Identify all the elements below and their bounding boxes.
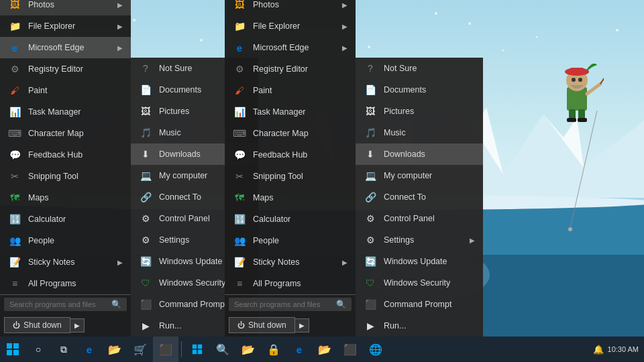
menu-item-registry-right[interactable]: ⚙ Registry Editor <box>225 58 356 80</box>
taskbar-explorer-icon3[interactable]: 📂 <box>312 337 337 362</box>
taskbar-browser-icon[interactable]: 🌐 <box>363 337 388 362</box>
submenu-right-control-panel-label: Control Panel <box>384 214 475 223</box>
taskbar-store-icon[interactable]: 🛒 <box>127 337 153 362</box>
submenu-right-music-label: Music <box>384 128 475 137</box>
settings-arrow-right: ▶ <box>470 237 475 244</box>
menu-item-registry-left[interactable]: ⚙ Registry Editor <box>0 58 131 80</box>
search-area-left: 🔍 <box>0 294 131 314</box>
submenu-right-settings[interactable]: ⚙ Settings ▶ <box>356 229 483 251</box>
menu-item-edge-right[interactable]: e Microsoft Edge ▶ <box>225 37 356 58</box>
search-bar-left[interactable]: 🔍 <box>4 298 127 311</box>
submenu-right-connect-to[interactable]: 🔗 Connect To <box>356 186 483 208</box>
start-button[interactable] <box>0 337 25 362</box>
submenu-right-music[interactable]: 🎵 Music <box>356 122 483 143</box>
menu-label-photos-left: Photos <box>28 0 111 9</box>
menu-item-char-map-right[interactable]: ⌨ Character Map <box>225 123 356 144</box>
svg-point-31 <box>502 50 504 52</box>
taskbar-start-btn2[interactable] <box>184 337 210 362</box>
shutdown-button-right[interactable]: ⏻ Shut down <box>229 317 295 333</box>
menu-item-all-programs-left[interactable]: ≡ All Programs <box>0 273 131 294</box>
menu-item-sticky-right[interactable]: 📝 Sticky Notes ▶ <box>225 251 356 273</box>
taskbar-explorer-icon2[interactable]: 📂 <box>235 337 261 362</box>
menu-item-char-map-left[interactable]: ⌨ Character Map <box>0 123 131 144</box>
submenu-right-pictures[interactable]: 🖼 Pictures <box>356 101 483 122</box>
registry-icon-right: ⚙ <box>233 62 246 76</box>
menu-item-maps-left[interactable]: 🗺 Maps <box>0 187 131 208</box>
menu-item-feedback-right[interactable]: 💬 Feedback Hub <box>225 144 356 166</box>
shutdown-arrow-right[interactable]: ▶ <box>295 318 309 333</box>
shutdown-arrow-left[interactable]: ▶ <box>70 318 85 333</box>
taskbar-edge-icon[interactable]: e <box>76 337 102 362</box>
submenu-right-windows-update[interactable]: 🔄 Windows Update <box>356 251 483 272</box>
control-panel-icon: ⚙ <box>139 212 152 225</box>
documents-icon-right: 📄 <box>364 83 377 97</box>
menu-item-sticky-left[interactable]: 📝 Sticky Notes ▶ <box>0 251 131 273</box>
svg-rect-41 <box>578 109 585 119</box>
submenu-right-settings-label: Settings <box>384 235 463 245</box>
submenu-right-documents[interactable]: 📄 Documents <box>356 79 483 101</box>
menu-item-task-manager-right[interactable]: 📊 Task Manager <box>225 101 356 123</box>
sticky-arrow-left: ▶ <box>117 259 123 266</box>
menu-item-paint-left[interactable]: 🖌 Paint <box>0 80 131 101</box>
menu-label-paint-right: Paint <box>253 86 347 95</box>
menu-label-calculator-left: Calculator <box>28 215 123 224</box>
svg-point-21 <box>133 19 136 21</box>
cortana-button[interactable]: ○ <box>25 337 51 362</box>
menu-item-paint-right[interactable]: 🖌 Paint <box>225 80 356 101</box>
shutdown-label-left: Shut down <box>23 320 62 330</box>
search-bar-right[interactable]: 🔍 <box>229 298 352 311</box>
submenu-right-downloads[interactable]: ⬇ Downloads <box>356 143 483 165</box>
submenu-right-my-computer[interactable]: 💻 My computer <box>356 165 483 186</box>
music-icon: 🎵 <box>139 126 152 139</box>
menu-item-feedback-left[interactable]: 💬 Feedback Hub <box>0 144 131 166</box>
feedback-icon-right: 💬 <box>233 148 246 162</box>
search-submit-icon-left[interactable]: 🔍 <box>111 300 121 309</box>
menu-label-all-programs-left: All Programs <box>28 279 123 288</box>
submenu-right-command-prompt[interactable]: ⬛ Command Prompt <box>356 294 483 315</box>
menu-item-people-right[interactable]: 👥 People <box>225 230 356 251</box>
menu-item-photos-left[interactable]: 🖼 Photos ▶ <box>0 0 131 15</box>
menu-item-file-explorer-left[interactable]: 📁 File Explorer ▶ <box>0 15 131 37</box>
menu-item-calculator-right[interactable]: 🔢 Calculator <box>225 208 356 230</box>
not-sure-icon: ? <box>139 62 152 75</box>
search-input-left[interactable] <box>9 300 111 308</box>
menu-item-all-programs-right[interactable]: ≡ All Programs <box>225 273 356 294</box>
taskbar-cmd-icon2[interactable]: ⬛ <box>337 337 363 362</box>
photos-icon-left: 🖼 <box>8 0 21 11</box>
taskbar-cmd-icon[interactable]: ⬛ <box>153 337 178 362</box>
submenu-right-windows-security[interactable]: 🛡 Windows Security <box>356 272 483 294</box>
taskbar-divider <box>181 341 182 357</box>
photos-icon-right: 🖼 <box>233 0 246 11</box>
menu-item-photos-right[interactable]: 🖼 Photos ▶ <box>225 0 356 15</box>
menu-item-maps-right[interactable]: 🗺 Maps <box>225 187 356 208</box>
menu-item-snipping-right[interactable]: ✂ Snipping Tool <box>225 166 356 187</box>
menu-label-all-programs-right: All Programs <box>253 279 347 288</box>
menu-item-calculator-left[interactable]: 🔢 Calculator <box>0 208 131 230</box>
menu-item-file-explorer-right[interactable]: 📁 File Explorer ▶ <box>225 15 356 37</box>
start-menu-right: ✉ 41 Mail 🖼 Photos ▶ 📁 File Explorer ▶ e… <box>225 0 356 337</box>
menu-label-feedback-right: Feedback Hub <box>253 150 347 160</box>
shutdown-area-right: ⏻ Shut down ▶ <box>225 314 356 337</box>
menu-item-edge-left[interactable]: e Microsoft Edge ▶ <box>0 37 131 58</box>
menu-item-people-left[interactable]: 👥 People <box>0 230 131 251</box>
music-icon-right: 🎵 <box>364 126 377 139</box>
svg-point-19 <box>568 227 572 231</box>
taskbar-edge-icon2[interactable]: e <box>286 337 312 362</box>
task-view-button[interactable]: ⧉ <box>51 337 76 362</box>
taskbar-lock-icon[interactable]: 🔒 <box>261 337 286 362</box>
documents-icon: 📄 <box>139 83 152 97</box>
shutdown-button-left[interactable]: ⏻ Shut down <box>4 317 70 333</box>
system-tray: 🔔 10:30 AM <box>588 345 644 355</box>
menu-item-snipping-left[interactable]: ✂ Snipping Tool <box>0 166 131 187</box>
search-submit-icon-right[interactable]: 🔍 <box>336 300 346 309</box>
menu-label-paint-left: Paint <box>28 86 123 95</box>
search-input-right[interactable] <box>234 300 336 308</box>
tray-notification-icon[interactable]: 🔔 <box>593 345 604 355</box>
submenu-right-not-sure[interactable]: ? Not Sure <box>356 58 483 79</box>
taskbar-explorer-icon[interactable]: 📂 <box>102 337 127 362</box>
maps-icon-left: 🗺 <box>8 191 21 204</box>
taskbar-search-icon2[interactable]: 🔍 <box>210 337 235 362</box>
submenu-right-run[interactable]: ▶ Run... <box>356 315 483 337</box>
menu-item-task-manager-left[interactable]: 📊 Task Manager <box>0 101 131 123</box>
submenu-right-control-panel[interactable]: ⚙ Control Panel <box>356 208 483 229</box>
